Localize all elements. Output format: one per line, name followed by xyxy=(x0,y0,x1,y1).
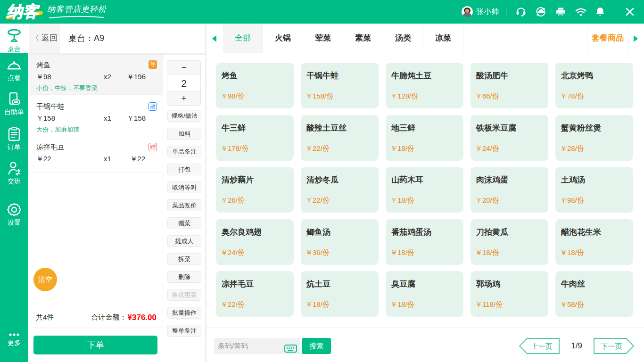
svg-text:上一页: 上一页 xyxy=(531,342,553,350)
svg-text:下一页: 下一页 xyxy=(601,342,622,350)
